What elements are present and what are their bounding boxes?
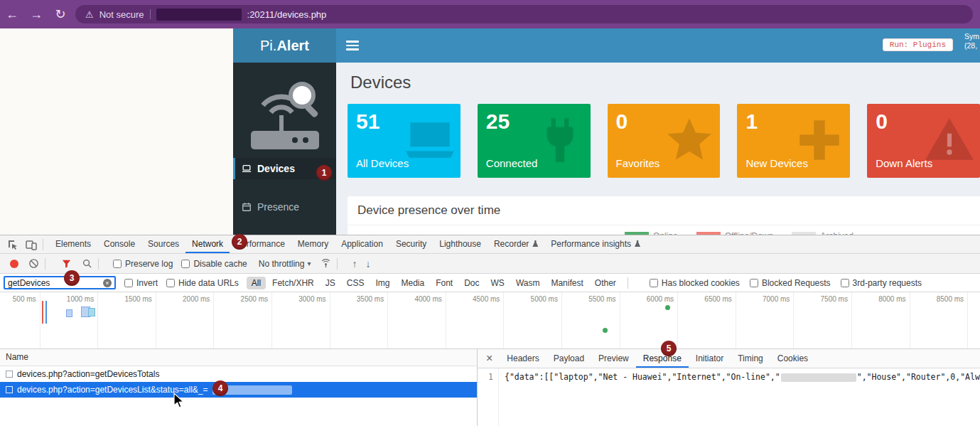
app-body: Devices Presence Devices 51 All Devices <box>233 63 980 235</box>
network-toolbar: Preserve log Disable cache No throttling… <box>0 254 980 274</box>
devtools-tab[interactable]: Sources <box>141 235 185 253</box>
devtools-tab[interactable]: Lighthouse <box>433 235 488 253</box>
devtools-tab[interactable]: Console <box>97 235 141 253</box>
browser-chrome: ← → ↻ ⚠ Not secure :20211/devices.php <box>0 0 980 28</box>
checkbox[interactable] <box>113 260 122 268</box>
import-har-icon[interactable]: ↑ <box>352 258 357 270</box>
resource-type-filter[interactable]: Doc <box>459 277 484 289</box>
timeline-tick: 4000 ms <box>388 292 446 348</box>
checkbox[interactable] <box>166 279 175 287</box>
name-column-header[interactable]: Name <box>0 349 477 366</box>
card-label: Connected <box>486 157 538 169</box>
resource-type-filter[interactable]: Img <box>370 277 394 289</box>
details-tab[interactable]: Headers <box>500 349 546 368</box>
resource-type-filter[interactable]: Font <box>431 277 458 289</box>
run-plugins-button[interactable]: Run: Plugins <box>883 38 953 51</box>
details-tab[interactable]: Response <box>636 349 689 368</box>
network-request-row[interactable]: devices.php?action=getDevicesTotals <box>0 366 477 382</box>
sidebar-item-devices[interactable]: Devices <box>233 158 336 179</box>
response-body[interactable]: {"data":[["laptop","Net - Huawei","Inter… <box>499 368 980 426</box>
devtools-tab[interactable]: Network <box>185 235 230 253</box>
card-down-alerts[interactable]: 0 Down Alerts <box>867 104 980 178</box>
resource-type-filter[interactable]: Other <box>590 277 621 289</box>
card-connected[interactable]: 25 Connected <box>478 104 591 178</box>
card-label: All Devices <box>356 157 409 169</box>
checkbox[interactable] <box>181 260 190 268</box>
devtools-tab[interactable]: Memory <box>291 235 335 253</box>
resource-type-filter[interactable]: WS <box>486 277 510 289</box>
request-file-icon <box>6 371 13 378</box>
disable-cache-checkbox[interactable]: Disable cache <box>181 259 247 269</box>
card-all-devices[interactable]: 51 All Devices <box>348 104 461 178</box>
details-tab[interactable]: Timing <box>731 349 770 368</box>
clear-filter-icon[interactable]: × <box>103 279 112 287</box>
device-toolbar-icon[interactable] <box>26 239 37 250</box>
resource-type-filter[interactable]: CSS <box>342 277 370 289</box>
card-new-devices[interactable]: 1 New Devices <box>737 104 850 178</box>
redacted-host <box>156 9 242 21</box>
presence-panel: Device presence over time Online Offline… <box>348 196 980 235</box>
network-overview-timeline[interactable]: 500 ms1000 ms1500 ms2000 ms2500 ms3000 m… <box>0 292 980 349</box>
filter-funnel-icon[interactable] <box>61 258 72 269</box>
devtools-tab[interactable]: Security <box>389 235 433 253</box>
resource-type-filter[interactable]: Media <box>396 277 429 289</box>
invert-checkbox[interactable]: Invert <box>124 278 158 288</box>
timeline-mark <box>603 328 608 333</box>
network-filter-row: getDevices × Invert Hide data URLs AllFe… <box>0 274 980 292</box>
close-icon[interactable]: × <box>486 352 492 365</box>
devtools-tab[interactable]: Performance <box>230 235 291 253</box>
timeline-tick: 1500 ms <box>98 292 156 348</box>
search-icon[interactable] <box>82 258 92 269</box>
preserve-log-checkbox[interactable]: Preserve log <box>113 259 173 269</box>
calendar-icon <box>242 202 252 212</box>
app-logo[interactable]: Pi.Alert <box>233 28 336 63</box>
details-tab[interactable]: Payload <box>546 349 591 368</box>
devtools-tab[interactable]: Application <box>335 235 389 253</box>
checkbox[interactable] <box>841 279 849 287</box>
network-conditions-icon[interactable] <box>321 258 331 269</box>
laptop-icon <box>404 114 456 166</box>
address-bar[interactable]: ⚠ Not secure :20211/devices.php <box>75 5 973 23</box>
resource-type-filter[interactable]: JS <box>321 277 340 289</box>
filter-option-checkbox[interactable]: Blocked Requests <box>750 278 831 288</box>
request-name: devices.php?action=getDevicesList&status… <box>17 385 208 395</box>
record-icon[interactable] <box>10 260 18 268</box>
details-tab[interactable]: Preview <box>591 349 636 368</box>
details-tab[interactable]: Initiator <box>689 349 731 368</box>
sidebar-item-presence[interactable]: Presence <box>233 196 336 218</box>
request-details-pane: × HeadersPayloadPreviewResponseInitiator… <box>478 349 980 426</box>
inspect-element-icon[interactable] <box>7 239 18 250</box>
not-secure-warning-icon[interactable]: ⚠ <box>85 9 94 20</box>
resource-type-filter[interactable]: Manifest <box>546 277 588 289</box>
checkbox[interactable] <box>124 279 133 287</box>
devtools-tab[interactable]: Recorder <box>488 235 544 253</box>
export-har-icon[interactable]: ↓ <box>365 258 370 270</box>
header-bar: Run: Plugins Sym (28, <box>336 28 980 63</box>
details-tab[interactable]: Cookies <box>770 349 815 368</box>
refresh-icon[interactable]: ↻ <box>48 6 72 22</box>
timeline-tick: 4500 ms <box>446 292 505 348</box>
card-favorites[interactable]: 0 Favorites <box>608 104 721 178</box>
network-request-row[interactable]: devices.php?action=getDevicesList&status… <box>0 382 477 398</box>
hide-data-urls-checkbox[interactable]: Hide data URLs <box>166 278 239 288</box>
back-icon[interactable]: ← <box>0 7 24 22</box>
chevron-down-icon: ▾ <box>307 260 311 267</box>
filter-option-checkbox[interactable]: 3rd-party requests <box>841 278 922 288</box>
menu-icon[interactable] <box>346 41 359 50</box>
plug-icon <box>534 114 586 166</box>
throttling-select[interactable]: No throttling ▾ <box>259 259 311 269</box>
resource-type-filter[interactable]: Wasm <box>511 277 545 289</box>
resource-type-filter[interactable]: All <box>247 277 266 289</box>
timeline-tick: 7500 ms <box>794 292 852 348</box>
filter-option-checkbox[interactable]: Has blocked cookies <box>650 278 740 288</box>
timeline-tick: 2000 ms <box>156 292 215 348</box>
forward-icon[interactable]: → <box>24 7 48 22</box>
timeline-tick: 5000 ms <box>504 292 562 348</box>
checkbox[interactable] <box>750 279 758 287</box>
network-filter-input[interactable]: getDevices × <box>4 276 116 289</box>
checkbox[interactable] <box>650 279 658 287</box>
clear-icon[interactable] <box>28 258 39 269</box>
devtools-tab[interactable]: Elements <box>49 235 97 253</box>
resource-type-filter[interactable]: Fetch/XHR <box>267 277 319 289</box>
devtools-tab[interactable]: Performance insights <box>544 235 647 253</box>
